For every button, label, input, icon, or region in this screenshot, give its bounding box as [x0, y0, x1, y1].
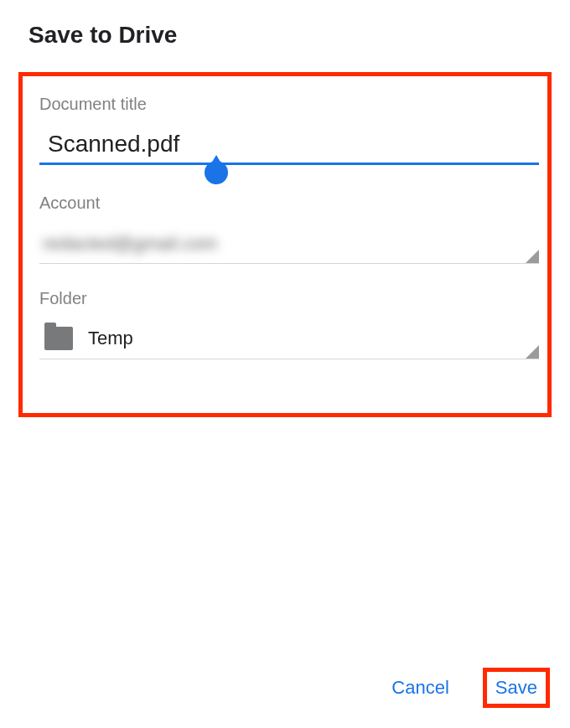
- account-selector[interactable]: redacted@gmail.com: [39, 226, 539, 264]
- document-title-label: Document title: [39, 95, 539, 114]
- document-title-field-wrap: [39, 127, 539, 165]
- cancel-button[interactable]: Cancel: [380, 669, 460, 707]
- folder-selector[interactable]: Temp: [39, 322, 539, 359]
- text-cursor-handle-icon[interactable]: [205, 161, 228, 184]
- account-value: redacted@gmail.com: [39, 233, 539, 255]
- dialog-title: Save to Drive: [0, 0, 570, 49]
- dropdown-handle-icon: [526, 250, 539, 263]
- folder-value: Temp: [88, 328, 133, 349]
- folder-icon: [44, 327, 73, 350]
- account-label: Account: [39, 194, 539, 213]
- form-highlight-box: Document title Account redacted@gmail.co…: [18, 72, 552, 417]
- dialog-actions: Cancel Save: [380, 668, 550, 708]
- save-highlight-box: Save: [483, 668, 550, 708]
- save-button[interactable]: Save: [495, 677, 537, 699]
- document-title-input[interactable]: [39, 127, 539, 165]
- folder-label: Folder: [39, 289, 539, 308]
- dropdown-handle-icon: [526, 345, 539, 359]
